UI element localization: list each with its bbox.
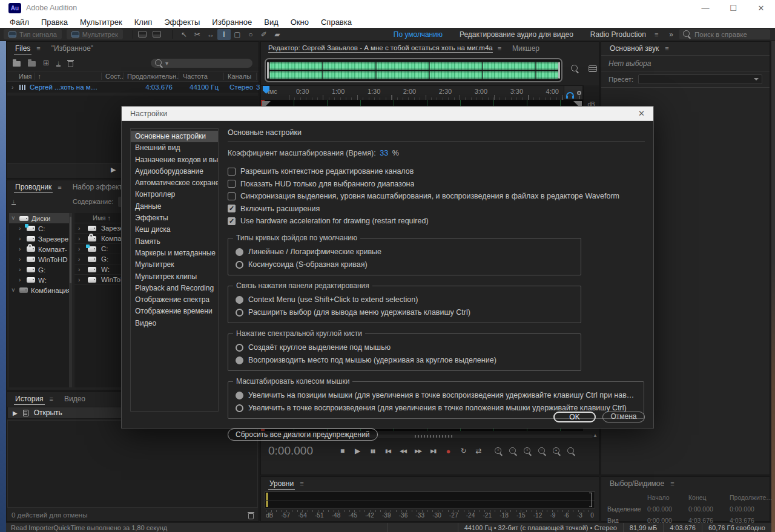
spot-healing-brush-tool[interactable]: ▰ — [271, 29, 284, 40]
chevron-icon[interactable]: › — [19, 266, 24, 273]
open-file-button[interactable] — [13, 61, 21, 67]
waveform-display-toggle[interactable] — [138, 31, 147, 38]
panel-menu-icon[interactable]: ≡ — [498, 45, 501, 52]
waveform-view-button[interactable]: Тип сигнала — [4, 29, 62, 39]
checkbox-row[interactable]: Use hardware acceleration for drawing (r… — [228, 215, 645, 228]
multitrack-view-button[interactable]: Мультитрек — [67, 29, 123, 39]
preferences-category[interactable]: Мультитрек клипы — [131, 271, 218, 283]
menu-item[interactable]: Правка — [35, 18, 74, 27]
radio-button[interactable] — [236, 392, 243, 399]
chevron-icon[interactable]: ˅ — [12, 287, 16, 294]
tab-media-browser[interactable]: Проводник — [14, 182, 53, 193]
radio-button[interactable] — [236, 404, 243, 412]
menu-item[interactable]: Файл — [4, 18, 35, 27]
cancel-button[interactable]: Отмена — [602, 412, 645, 422]
tree-item[interactable]: › G: — [9, 264, 72, 275]
preferences-category[interactable]: Контроллер — [131, 189, 218, 200]
zoom-factor-value[interactable]: 33 — [378, 149, 390, 157]
preferences-category[interactable]: Эффекты — [131, 212, 218, 224]
radio-button[interactable] — [236, 344, 243, 352]
chevron-icon[interactable]: › — [78, 266, 83, 273]
files-search-input[interactable]: ▾ — [151, 59, 252, 68]
tab-selection-view[interactable]: Выбор/Видимое — [608, 478, 665, 489]
tree-item[interactable]: ˅ Диски — [9, 213, 72, 223]
pause-button[interactable]: ▮▮ — [365, 448, 380, 454]
checkbox[interactable] — [228, 205, 236, 212]
panel-menu-icon[interactable]: ≡ — [36, 45, 40, 52]
slip-tool[interactable]: ↔ — [204, 29, 217, 40]
tree-item[interactable]: › Компакт- — [9, 244, 72, 254]
skip-to-start-button[interactable]: ▮◀ — [380, 448, 395, 454]
preferences-category[interactable]: Мультитрек — [131, 259, 218, 271]
preferences-category[interactable]: Автоматическое сохранение — [131, 177, 218, 189]
radio-row[interactable]: Линейные / Логарифмические кривые — [236, 246, 573, 258]
zoom-in-time-button[interactable] — [524, 447, 532, 455]
loop-playback-button[interactable]: ↻ — [456, 447, 471, 455]
radio-row[interactable]: Context Menu (use Shift+Click to extend … — [236, 294, 573, 306]
tab-essential-sound[interactable]: Основной звук — [608, 43, 660, 54]
preview-play-button[interactable]: ▶ — [111, 166, 116, 174]
timeline-ruler[interactable]: чмс 0:30 1:00 1:30 2:00 2:30 3:00 3:30 4… — [261, 85, 564, 100]
track-list-icon[interactable] — [589, 65, 597, 72]
zoom-out-time-button[interactable] — [538, 447, 546, 455]
ok-button[interactable]: OK — [553, 412, 596, 422]
preferences-category[interactable]: Аудиооборудование — [131, 166, 218, 177]
radio-button[interactable] — [236, 309, 243, 317]
paintbrush-tool[interactable]: ✐ — [257, 29, 271, 40]
workspace-tab[interactable]: По умолчанию — [385, 30, 451, 39]
marquee-selection-tool[interactable]: ▢ — [231, 29, 244, 40]
level-meter[interactable] — [265, 491, 595, 508]
selection-end[interactable]: 0:00.000 — [688, 505, 730, 513]
stop-button[interactable]: ■ — [335, 447, 350, 455]
panel-menu-icon[interactable]: ≡ — [670, 480, 674, 487]
files-column-headers[interactable]: Имя ↑ Сост... Продолжительн... Частота К… — [7, 71, 259, 82]
preferences-category[interactable]: Playback and Recording — [131, 283, 218, 294]
radio-button[interactable] — [236, 296, 243, 304]
menu-item[interactable]: Эффекты — [158, 18, 206, 27]
chevron-icon[interactable]: › — [19, 235, 24, 242]
list-header[interactable]: Имя — [93, 214, 105, 222]
fast-forward-button[interactable]: ▶▶ — [411, 448, 426, 454]
zoom-selection-button[interactable] — [553, 447, 561, 455]
tab-history[interactable]: История — [14, 393, 45, 405]
chevron-icon[interactable]: › — [78, 225, 83, 232]
chevron-icon[interactable]: › — [19, 277, 24, 283]
radio-row[interactable]: Создаёт круглое выделение под мышью — [236, 341, 573, 354]
preferences-category[interactable]: Назначение входов и выходов — [131, 154, 218, 166]
chevron-icon[interactable]: › — [19, 256, 24, 263]
record-button[interactable]: ● — [441, 447, 456, 456]
checkbox[interactable] — [228, 217, 236, 225]
chevron-icon[interactable]: › — [19, 246, 24, 252]
menu-item[interactable]: Избранное — [206, 18, 258, 27]
preferences-category[interactable]: Видео — [131, 318, 218, 329]
zoom-out-button[interactable] — [509, 447, 517, 455]
tree-scrollbar[interactable] — [69, 213, 72, 387]
menu-item[interactable]: Справка — [315, 18, 358, 27]
tab-editor[interactable]: Редактор: Сергей Завьялов - А мне с тобо… — [268, 44, 493, 53]
preferences-category[interactable]: Маркеры и метаданные — [131, 248, 218, 259]
checkbox-row[interactable]: Разрешить контекстное редактирование кан… — [228, 165, 645, 178]
panel-menu-icon[interactable]: ≡ — [58, 183, 61, 191]
import-button[interactable]: ↓ — [12, 199, 16, 205]
skip-to-end-button[interactable]: ▶▮ — [426, 448, 441, 454]
checkbox-row[interactable]: Синхронизация выделения, уровня масштаби… — [228, 190, 645, 203]
marker-pin-icon[interactable] — [577, 91, 581, 95]
preset-dropdown[interactable] — [638, 74, 762, 84]
chevron-icon[interactable]: ˅ — [12, 215, 16, 222]
play-button[interactable]: ▶ — [350, 447, 365, 455]
skip-selection-button[interactable]: ⇄ — [471, 447, 486, 455]
preferences-category[interactable]: Кеш диска — [131, 224, 218, 235]
tab-mixer[interactable]: Микшер — [506, 43, 546, 54]
tab-favorites[interactable]: "Избранное" — [45, 43, 99, 54]
radio-row[interactable]: Расширить выбор (для вывода меню удержив… — [236, 306, 573, 319]
checkbox-row[interactable]: Включить расширения — [228, 203, 645, 215]
tab-video[interactable]: Видео — [58, 393, 91, 404]
zoom-navigator-icon[interactable] — [571, 65, 579, 73]
close-file-button[interactable] — [68, 61, 73, 67]
menu-item[interactable]: Вид — [258, 18, 285, 27]
preferences-category[interactable]: Данные — [131, 201, 218, 212]
tree-item[interactable]: ˅ Комбинация — [9, 285, 72, 295]
preferences-category[interactable]: Основные настройки — [131, 131, 218, 142]
tree-item[interactable]: › WinToHD — [9, 254, 72, 264]
spectral-display-toggle[interactable] — [153, 31, 161, 38]
